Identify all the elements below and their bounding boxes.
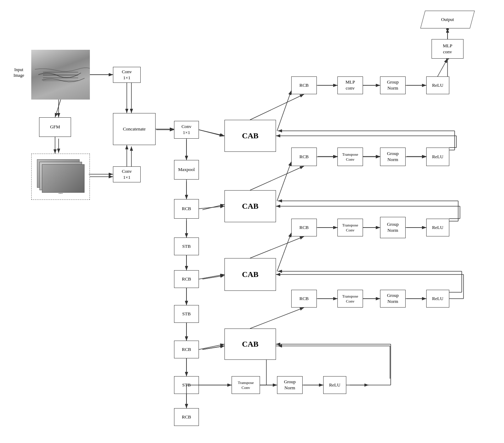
svg-line-17 <box>202 346 224 349</box>
mlpconv-top: MLPconv <box>337 76 363 94</box>
svg-line-100 <box>199 274 224 279</box>
conv1x1-mid: Conv1×1 <box>174 121 199 139</box>
rcb2-node: RCB <box>174 270 199 288</box>
svg-line-14 <box>202 276 224 279</box>
svg-line-89 <box>250 166 304 190</box>
groupnorm3: GroupNorm <box>380 290 406 308</box>
rcb4-node: RCB <box>174 408 199 426</box>
svg-line-91 <box>250 308 304 329</box>
cab4-node: CAB <box>224 329 276 360</box>
svg-line-62 <box>55 100 61 117</box>
stb1-node: STB <box>174 237 199 255</box>
architecture-diagram: InputImage GFM ··· Conv1×1 Conv1×1 Co <box>0 0 504 443</box>
svg-line-55 <box>202 346 224 349</box>
rcb-r4: RCB <box>291 290 317 308</box>
rcb-r1: RCB <box>291 76 317 94</box>
relu1: ReLU <box>426 148 449 166</box>
stacked-images-container: ··· <box>31 154 90 200</box>
transposeconv4: TransposeConv <box>232 376 260 394</box>
input-image <box>31 50 90 100</box>
svg-line-20 <box>277 91 291 131</box>
transposeconv2: TransposeConv <box>337 219 363 236</box>
conv1x1-bot: Conv1×1 <box>113 166 141 182</box>
stb3-node: STB <box>174 376 199 394</box>
svg-line-101 <box>199 344 224 349</box>
svg-line-68 <box>438 59 448 76</box>
relu4: ReLU <box>323 376 346 394</box>
svg-line-8 <box>199 130 224 136</box>
rcb3-node: RCB <box>174 341 199 358</box>
cab2-node: CAB <box>224 190 276 222</box>
rcb-r2: RCB <box>291 148 317 166</box>
conv1x1-top: Conv1×1 <box>113 67 141 83</box>
groupnorm4: GroupNorm <box>277 376 303 394</box>
output-node: Output <box>423 11 472 28</box>
transposeconv3: TransposeConv <box>337 290 363 308</box>
cab1-node: CAB <box>224 120 276 152</box>
svg-line-99 <box>199 206 224 209</box>
groupnorm2: GroupNorm <box>380 217 406 238</box>
groupnorm1: GroupNorm <box>380 148 406 166</box>
stb2-node: STB <box>174 305 199 323</box>
transposeconv1: TransposeConv <box>337 148 363 166</box>
relu3: ReLU <box>426 290 449 308</box>
svg-line-22 <box>277 233 291 271</box>
svg-line-102 <box>199 130 224 136</box>
relu2: ReLU <box>426 219 449 236</box>
mlpconv-final: MLPconv <box>432 39 464 59</box>
svg-line-11 <box>202 204 224 210</box>
cab3-node: CAB <box>224 258 276 291</box>
concatenate-node: Concatenate <box>113 113 156 145</box>
rcb-r3: RCB <box>291 219 317 236</box>
groupnorm-top: GroupNorm <box>380 76 406 94</box>
input-image-label: InputImage <box>6 64 31 82</box>
svg-line-88 <box>250 94 304 120</box>
svg-line-21 <box>277 162 291 201</box>
gfm-node: GFM <box>39 117 71 137</box>
relu-top: ReLU <box>426 76 449 94</box>
maxpool-node: Maxpool <box>174 160 199 180</box>
rcb1-node: RCB <box>174 199 199 219</box>
svg-line-90 <box>250 236 304 258</box>
